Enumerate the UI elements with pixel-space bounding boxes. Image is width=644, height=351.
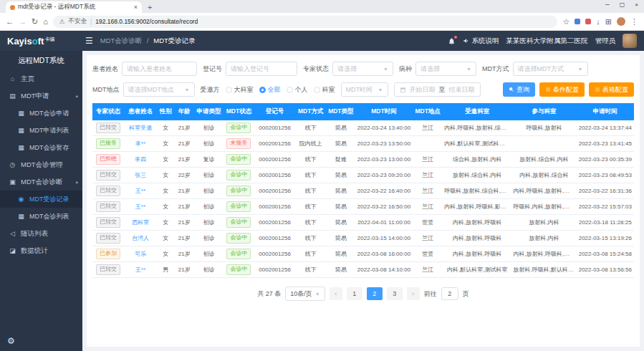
browser-profile-avatar[interactable] [617,17,625,26]
invitee-radio-option[interactable]: 全部 [259,85,281,95]
column-header-mdt_type[interactable]: MDT类型 [327,103,355,120]
column-header-mdt_time[interactable]: MDT时间 [355,103,413,120]
table-row[interactable]: 已转交王**女21岁初诊会诊中0002001256线下简易2022-03-22 … [92,183,634,199]
column-header-gender[interactable]: 性别 [157,103,174,120]
sidebar-item-mdt-consult-list[interactable]: ▦MDT会诊列表 [0,208,82,225]
patient-name-link[interactable]: 台湾人 [132,235,149,241]
new-tab-button[interactable]: + [148,1,152,13]
forward-button[interactable]: → [19,18,27,26]
patient-name-link[interactable]: 李** [135,140,145,147]
expert-status-select[interactable]: 请选择▼ [332,62,393,76]
window-minimize-button[interactable]: ─ [605,1,610,8]
status-tag: 会诊中 [226,201,251,212]
page-button-2[interactable]: 2 [367,287,383,300]
column-header-patient[interactable]: 患者姓名 [124,103,157,120]
sidebar-item-mdt-manage[interactable]: ◷MDT会诊管理 [0,156,82,173]
table-row[interactable]: 已转交科室受邀女21岁初诊会诊中0002001256线下简易2022-03-24… [92,120,634,136]
settings-gear-icon[interactable]: ⚙ [7,336,15,346]
patient-name-link[interactable]: 王** [135,266,145,273]
page-button-1[interactable]: 1 [347,287,362,300]
prev-page-button[interactable]: ‹ [330,287,342,300]
reg-no-input[interactable] [226,62,297,76]
sidebar-item-statistics[interactable]: ◪数据统计 [0,242,82,259]
url-field[interactable]: ⚠ 不安全 | 192.168.0.156:9002/consultate/re… [53,16,558,28]
mdt-mode-select[interactable]: 请选择MDT方式▼ [513,62,588,76]
window-maximize-button[interactable]: ▢ [620,1,625,8]
column-header-invited_depts[interactable]: 受邀科室 [443,103,511,120]
date-range-picker[interactable]: 开始日期 至 结束日期 [394,82,481,97]
table-row[interactable]: 已转交台湾人女21岁初诊会诊中0002001256线下简易2022-03-15 … [92,231,634,246]
patient-name-link[interactable]: 可乐 [135,251,146,257]
browser-tab[interactable]: mdt受诊记录 - 远程MDT系统 × [6,1,142,13]
browser-menu-icon[interactable]: ⋮ [630,18,638,26]
invitee-radio-option[interactable]: 个人 [287,85,308,95]
search-button[interactable]: 查询 [503,82,535,97]
page-button-3[interactable]: 3 [387,287,403,300]
sidebar-item-home[interactable]: ⌂主页 [0,70,82,87]
invitee-radio-option[interactable]: 大科室 [226,85,254,95]
table-row[interactable]: 已转交张三女22岁初诊会诊中0002001256线下简易2022-03-23 0… [92,168,634,183]
invitee-radio-option[interactable]: 科室 [314,85,335,95]
column-header-join_depts[interactable]: 参与科室 [511,103,576,120]
column-header-mdt_status[interactable]: MDT状态 [223,103,254,120]
column-header-apply_time[interactable]: 申请时间 [577,103,634,120]
cell-invited_depts: 内科,放射科,呼吸科 [443,231,511,246]
sidebar-group-mdt-diagnosis[interactable]: ▣MDT会诊诊断▴ [0,173,82,191]
cell-patient: 西科室 [124,215,157,231]
patient-name-link[interactable]: 西科室 [132,219,149,226]
table-row[interactable]: 已接受李**女21岁初诊未接受0002001256院内线上简易2022-03-2… [92,136,634,152]
refresh-button[interactable]: ↻ [32,18,38,26]
patient-name-link[interactable]: 张三 [135,172,146,178]
condition-config-button[interactable]: 条件配置 [539,82,585,97]
column-header-reg_no[interactable]: 登记号 [255,103,295,120]
tab-title: mdt受诊记录 - 远程MDT系统 [18,3,131,11]
extension-icon[interactable] [575,19,580,24]
extension-icon[interactable] [585,19,591,24]
sidebar-item-mdt-apply-list[interactable]: ▦MDT申请列表 [0,122,82,139]
select-placeholder: 请选择 [420,64,440,74]
sidebar-item-followup-list[interactable]: ◁随访列表 [0,225,82,242]
sidebar-group-mdt-apply[interactable]: ▤MDT申请▴ [0,87,82,105]
column-header-mdt_place[interactable]: MDT地点 [413,103,443,120]
mdt-time-select[interactable]: MDT时间▼ [341,82,388,97]
extensions-puzzle-icon[interactable]: ⊞ [605,18,612,26]
page-size-select[interactable]: 10条/页▼ [285,287,325,301]
table-row[interactable]: 已参加可乐女21岁初诊会诊中0002001256线下简易2022-03-08 1… [92,246,634,262]
sidebar-toggle-icon[interactable]: ☰ [85,36,93,46]
column-header-mdt_mode[interactable]: MDT方式 [295,103,327,120]
patient-name-link[interactable]: 王** [135,188,145,194]
downloads-icon[interactable]: ↓ [596,18,600,26]
table-row[interactable]: 已转交西科室女21岁初诊会诊中0002001256线下简易2022-04-01 … [92,215,634,231]
mdt-place-select[interactable]: 请选择MDT地点▼ [123,82,195,97]
window-close-button[interactable]: × [635,1,638,8]
table-row[interactable]: 已转交王**女21岁初诊会诊中0002001256线下简易2022-03-22 … [92,199,634,215]
bookmark-star-icon[interactable]: ☆ [562,18,569,26]
table-config-button[interactable]: 表格配置 [589,82,634,97]
patient-name-input[interactable] [122,62,197,76]
sidebar-item-mdt-consult-apply[interactable]: ▦MDT会诊申请 [0,105,82,122]
sidebar-item-label: MDT会诊列表 [29,212,69,221]
disease-select[interactable]: 请选择▼ [415,62,476,76]
user-role[interactable]: 管理员 [595,37,616,46]
cell-patient: 台湾人 [124,231,157,246]
notification-bell-icon[interactable] [448,37,456,45]
table-row[interactable]: 已拒绝李四女21岁复诊会诊中0002001256线下疑难2022-03-23 1… [92,152,634,168]
user-avatar[interactable] [623,34,637,48]
column-header-apply_type[interactable]: 申请类型 [194,103,223,120]
goto-page-input[interactable] [441,287,458,300]
column-header-age[interactable]: 年龄 [174,103,194,120]
sidebar-item-mdt-record[interactable]: ◉MDT受诊记录 [0,191,82,208]
patient-name-link[interactable]: 王** [135,203,145,210]
tab-close-icon[interactable]: × [134,4,138,11]
home-button[interactable]: ⌂ [43,18,48,26]
sidebar-item-mdt-draft[interactable]: ▦MDT会诊暂存 [0,139,82,156]
security-warning-icon[interactable]: ⚠ [59,18,65,25]
page-size-value: 10条/页 [290,289,312,299]
next-page-button[interactable]: › [407,287,420,300]
table-row[interactable]: 已转交王**男21岁初诊会诊中0002001256线下简易2022-03-08 … [92,262,634,278]
system-note-link[interactable]: 系统说明 [463,37,499,46]
column-header-expert_status[interactable]: 专家状态 [92,103,124,120]
patient-name-link[interactable]: 科室受邀 [129,125,152,131]
back-button[interactable]: ← [6,18,14,26]
patient-name-link[interactable]: 李四 [135,156,146,163]
